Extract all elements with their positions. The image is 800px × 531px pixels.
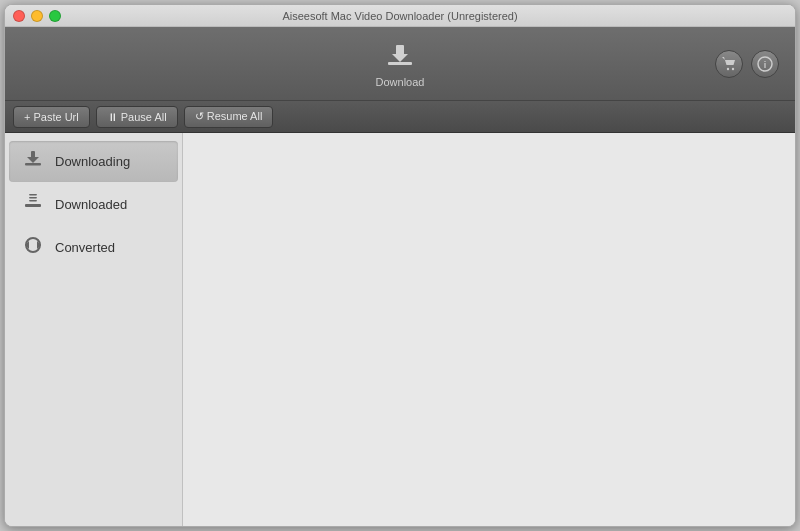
- toolbar-download-label: Download: [376, 76, 425, 88]
- paste-url-button[interactable]: + Paste Url: [13, 106, 90, 128]
- svg-rect-7: [25, 163, 41, 166]
- sidebar-item-converted[interactable]: Converted: [9, 227, 178, 268]
- svg-rect-10: [25, 204, 41, 207]
- action-bar: + Paste Url ⏸ Pause All ↺ Resume All: [5, 101, 795, 133]
- resume-all-button[interactable]: ↺ Resume All: [184, 106, 274, 128]
- main-window: Aiseesoft Mac Video Downloader (Unregist…: [4, 4, 796, 527]
- main-content: Downloading Downloaded: [5, 133, 795, 526]
- svg-rect-0: [388, 62, 412, 65]
- converted-icon: [21, 235, 45, 260]
- svg-rect-12: [29, 197, 37, 199]
- download-toolbar-icon: [384, 40, 416, 72]
- info-button[interactable]: i: [751, 50, 779, 78]
- sidebar: Downloading Downloaded: [5, 133, 183, 526]
- toolbar-right-actions: i: [715, 50, 779, 78]
- sidebar-item-downloading-label: Downloading: [55, 154, 130, 169]
- info-icon: i: [757, 56, 773, 72]
- traffic-lights: [13, 10, 61, 22]
- title-bar: Aiseesoft Mac Video Downloader (Unregist…: [5, 5, 795, 27]
- toolbar: Download i: [5, 27, 795, 101]
- close-button[interactable]: [13, 10, 25, 22]
- maximize-button[interactable]: [49, 10, 61, 22]
- sidebar-item-downloading[interactable]: Downloading: [9, 141, 178, 182]
- svg-marker-9: [27, 157, 39, 163]
- content-area: [183, 133, 795, 526]
- cart-icon: [721, 56, 737, 72]
- toolbar-download-section[interactable]: Download: [376, 40, 425, 88]
- sidebar-item-downloaded-label: Downloaded: [55, 197, 127, 212]
- downloading-icon: [21, 149, 45, 174]
- svg-text:i: i: [764, 60, 767, 70]
- cart-button[interactable]: [715, 50, 743, 78]
- downloaded-icon: [21, 192, 45, 217]
- window-title: Aiseesoft Mac Video Downloader (Unregist…: [282, 10, 517, 22]
- sidebar-item-converted-label: Converted: [55, 240, 115, 255]
- svg-marker-2: [392, 54, 408, 62]
- pause-all-button[interactable]: ⏸ Pause All: [96, 106, 178, 128]
- minimize-button[interactable]: [31, 10, 43, 22]
- svg-point-4: [732, 67, 734, 69]
- svg-rect-11: [29, 194, 37, 196]
- svg-point-3: [727, 67, 729, 69]
- sidebar-item-downloaded[interactable]: Downloaded: [9, 184, 178, 225]
- svg-rect-13: [29, 200, 37, 202]
